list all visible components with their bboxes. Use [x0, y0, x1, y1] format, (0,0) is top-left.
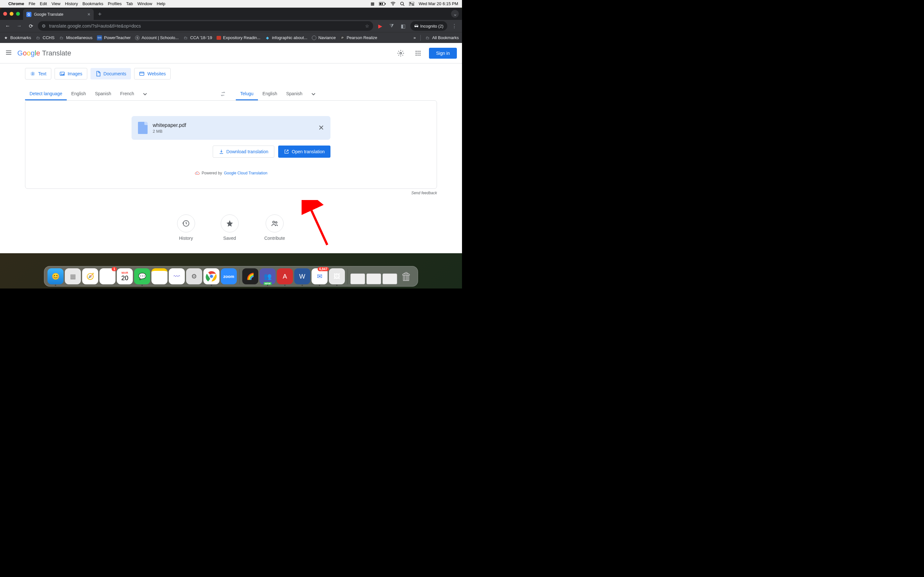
dock-launchpad-icon[interactable]: ▦ — [65, 268, 81, 284]
extension-icon[interactable]: ▶ — [376, 21, 384, 31]
window-maximize-button[interactable] — [16, 12, 20, 16]
bookmark-item[interactable]: ★Bookmarks — [3, 35, 31, 40]
dock-minimized-window[interactable] — [351, 274, 365, 284]
dock-preview-icon[interactable]: 🖼 — [329, 268, 345, 284]
bookmark-item[interactable]: SAccount | Schoolo... — [135, 35, 178, 40]
menubar-window[interactable]: Window — [137, 1, 152, 6]
bookmark-star-icon[interactable]: ☆ — [365, 23, 369, 29]
url-bar[interactable]: ⚙ translate.google.com/?sl=auto&tl=te&op… — [38, 21, 373, 31]
saved-button[interactable]: Saved — [221, 214, 239, 241]
menu-icon[interactable] — [5, 49, 12, 57]
mode-websites-button[interactable]: Websites — [134, 68, 170, 79]
contribute-button[interactable]: Contribute — [264, 214, 285, 241]
menubar-tab[interactable]: Tab — [126, 1, 133, 6]
incognito-label: Incognito (2) — [420, 24, 443, 29]
remove-file-button[interactable]: ✕ — [318, 124, 324, 132]
tgt-lang-more-button[interactable] — [307, 91, 320, 97]
dock-safari-icon[interactable]: 🧭 — [82, 268, 98, 284]
svg-point-4 — [401, 2, 404, 5]
chrome-menu-button[interactable]: ⋮ — [450, 21, 459, 31]
dock-settings-icon[interactable]: ⚙ — [186, 268, 202, 284]
menubar-wifi-icon[interactable] — [391, 2, 396, 6]
svg-point-19 — [419, 55, 421, 56]
dock-notes-icon[interactable] — [152, 268, 168, 284]
src-lang-english[interactable]: English — [67, 87, 90, 100]
site-info-icon[interactable]: ⚙ — [42, 23, 46, 29]
all-bookmarks-button[interactable]: 🗀All Bookmarks — [425, 35, 459, 40]
menubar-edit[interactable]: Edit — [40, 1, 47, 6]
mode-documents-button[interactable]: Documents — [90, 68, 131, 79]
menubar-history[interactable]: History — [65, 1, 78, 6]
tabs-dropdown-button[interactable]: ⌄ — [451, 10, 459, 18]
menubar-date[interactable]: Wed Mar 20 — [419, 1, 441, 6]
menubar-app-name[interactable]: Chrome — [8, 1, 24, 6]
src-lang-french[interactable]: French — [115, 87, 139, 100]
src-lang-detect[interactable]: Detect language — [25, 87, 67, 100]
back-button[interactable]: ← — [3, 21, 12, 31]
bookmark-item[interactable]: 🗀CCA '18-'19 — [183, 35, 212, 40]
tab-title: Google Translate — [34, 12, 63, 17]
bookmarks-overflow-button[interactable]: » — [414, 35, 416, 40]
bookmark-item[interactable]: Expository Readin... — [216, 35, 260, 40]
src-lang-more-button[interactable] — [139, 91, 152, 97]
file-name: whitepaper.pdf — [153, 122, 313, 128]
dock-teams-icon[interactable]: 👥NEW — [260, 268, 276, 284]
dock-trash-icon[interactable]: 🗑 — [399, 268, 415, 284]
cloud-translation-link[interactable]: Google Cloud Translation — [224, 171, 267, 175]
menubar-profiles[interactable]: Profiles — [108, 1, 121, 6]
bookmark-item[interactable]: PPearson Realize — [340, 35, 377, 40]
dock-photos-icon[interactable]: 🏵1 — [99, 268, 115, 284]
dock-minimized-window[interactable] — [383, 274, 397, 284]
dock-app-icon[interactable]: 🌈 — [242, 268, 258, 284]
tgt-lang-english[interactable]: English — [258, 87, 282, 100]
dock-minimized-window[interactable] — [367, 274, 381, 284]
send-feedback-link[interactable]: Send feedback — [0, 189, 462, 195]
mode-images-button[interactable]: Images — [55, 68, 87, 79]
browser-tab[interactable]: G Google Translate ✕ — [23, 9, 94, 20]
menubar-search-icon[interactable] — [400, 2, 405, 6]
menubar-control-center-icon[interactable] — [409, 2, 414, 6]
signin-button[interactable]: Sign in — [429, 48, 457, 59]
reload-button[interactable]: ⟳ — [26, 21, 35, 31]
open-translation-button[interactable]: Open translation — [278, 145, 330, 158]
apps-grid-icon[interactable] — [412, 47, 425, 60]
bookmark-item[interactable]: SISPowerTeacher — [97, 35, 131, 40]
bookmark-item[interactable]: 🗀CCHS — [36, 35, 55, 40]
menubar-file[interactable]: File — [29, 1, 35, 6]
dock-acrobat-icon[interactable]: A — [277, 268, 293, 284]
new-tab-button[interactable]: ＋ — [97, 10, 103, 18]
forward-button[interactable]: → — [15, 21, 24, 31]
menubar-battery-icon[interactable] — [379, 2, 386, 6]
dock-chrome-icon[interactable] — [204, 268, 220, 284]
tgt-lang-spanish[interactable]: Spanish — [282, 87, 307, 100]
google-translate-logo[interactable]: Google Translate — [17, 49, 71, 57]
dock-calendar-icon[interactable]: MAR20 — [117, 268, 133, 284]
menubar-bookmarks[interactable]: Bookmarks — [82, 1, 103, 6]
dock-zoom-icon[interactable]: zoom — [221, 268, 237, 284]
bookmark-item[interactable]: ◆infographic about... — [265, 35, 308, 40]
settings-icon[interactable] — [394, 47, 407, 60]
dock-mail-icon[interactable]: ✉6,847 — [312, 268, 328, 284]
history-button[interactable]: History — [177, 214, 195, 241]
download-translation-button[interactable]: Download translation — [213, 145, 275, 158]
menubar-bartender-icon[interactable]: ▦ — [371, 1, 375, 6]
bookmark-item[interactable]: 🗀Miscellaneous — [59, 35, 92, 40]
extensions-puzzle-icon[interactable]: ⧩ — [387, 21, 396, 31]
dock-messages-icon[interactable]: 💬 — [134, 268, 150, 284]
menubar-view[interactable]: View — [51, 1, 60, 6]
bookmark-item[interactable]: Naviance — [312, 35, 336, 40]
dock-freeform-icon[interactable]: 〰 — [169, 268, 185, 284]
sidepanel-icon[interactable]: ◧ — [399, 21, 408, 31]
swap-languages-button[interactable] — [216, 87, 229, 100]
menubar-time[interactable]: 6:15 PM — [443, 1, 458, 6]
dock-word-icon[interactable]: W — [294, 268, 310, 284]
tgt-lang-telugu[interactable]: Telugu — [236, 87, 258, 100]
src-lang-spanish[interactable]: Spanish — [90, 87, 116, 100]
dock-finder-icon[interactable]: 😊 — [47, 268, 63, 284]
mode-text-button[interactable]: 文Text — [25, 68, 51, 79]
incognito-indicator[interactable]: 🕶 Incognito (2) — [410, 21, 447, 31]
window-minimize-button[interactable] — [10, 12, 13, 16]
menubar-help[interactable]: Help — [157, 1, 166, 6]
tab-close-icon[interactable]: ✕ — [87, 12, 90, 17]
window-close-button[interactable] — [3, 12, 7, 16]
